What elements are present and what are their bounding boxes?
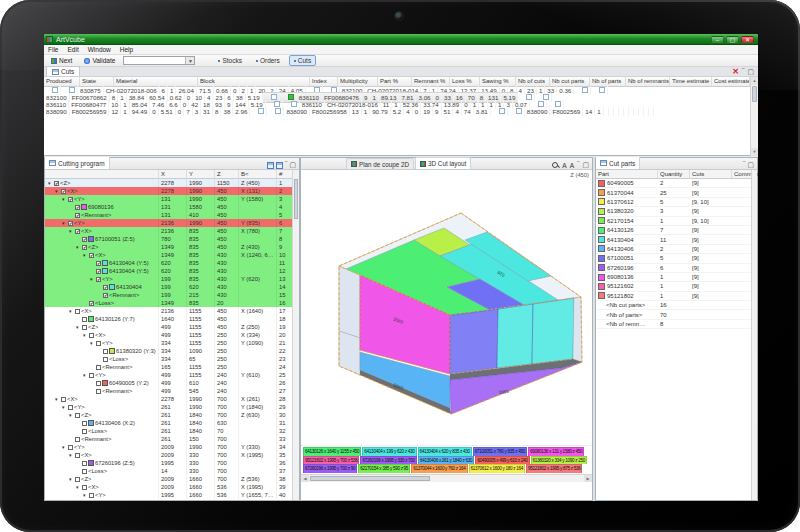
tree-expand-arrow[interactable]: ▾ bbox=[90, 339, 95, 347]
tree-expand-arrow[interactable]: ▾ bbox=[76, 483, 81, 491]
tree-row[interactable]: <Remnant>165115525024 bbox=[45, 363, 299, 371]
column-header[interactable]: Nb of remnants bbox=[626, 77, 670, 87]
tree-checkbox[interactable] bbox=[82, 429, 87, 434]
column-header[interactable]: Cost estimate bbox=[712, 77, 750, 87]
float-panel-icon[interactable]: ▢ bbox=[289, 161, 296, 169]
3d-canvas[interactable]: Z (450) bbox=[301, 170, 592, 446]
tree-checkbox[interactable] bbox=[75, 477, 80, 482]
tree-row[interactable]: ▾✔<X>2136835450X (780)7 bbox=[45, 227, 299, 235]
strip-segment[interactable]: 67260196 x 1995 y 700 z 90 bbox=[303, 464, 357, 473]
tree-checkbox[interactable]: ✔ bbox=[89, 301, 94, 306]
strip-segment[interactable]: 67100051 x 780 y 835 z 450 bbox=[473, 447, 527, 456]
next-button[interactable]: Next bbox=[47, 55, 76, 66]
tree-expand-arrow[interactable]: ▾ bbox=[69, 411, 74, 419]
parts-col-quantity[interactable]: Quantity bbox=[658, 170, 690, 178]
tree-row[interactable]: <Remnant>49954524027 bbox=[45, 387, 299, 395]
tree-row[interactable]: ▾<X>2009330700X (1995)35 bbox=[45, 451, 299, 459]
collapse-all-icon[interactable] bbox=[276, 162, 283, 169]
tree-row[interactable]: ✔64130404 (Y:5)62083543012 bbox=[45, 267, 299, 275]
tree-row[interactable]: 67260196 (Z:5)199533070036 bbox=[45, 459, 299, 467]
tree-expand-arrow[interactable]: ▾ bbox=[69, 451, 74, 459]
tree-expand-arrow[interactable]: ▾ bbox=[69, 475, 74, 483]
tree-row[interactable]: ▾✔<Y>1311990450Y (1580)3 bbox=[45, 195, 299, 203]
tree-expand-arrow[interactable]: ▾ bbox=[76, 243, 81, 251]
tree-checkbox[interactable] bbox=[75, 413, 80, 418]
parts-row[interactable]: 951216021[9] bbox=[596, 282, 757, 291]
scroll-up-icon[interactable]: ▲ bbox=[751, 77, 758, 85]
font-increase-icon[interactable]: A bbox=[562, 162, 566, 169]
tree-expand-arrow[interactable]: ▾ bbox=[62, 195, 67, 203]
strip-segment[interactable]: 60490005 x 499 y 610 z 240 bbox=[475, 456, 529, 465]
expand-all-icon[interactable] bbox=[267, 162, 274, 169]
tree-checkbox[interactable]: ✔ bbox=[68, 197, 73, 202]
produced-checkbox[interactable] bbox=[582, 87, 588, 93]
menu-item-edit[interactable]: Edit bbox=[67, 46, 78, 53]
tree-row[interactable]: <Remnant>26115070033 bbox=[45, 435, 299, 443]
tree-checkbox[interactable] bbox=[103, 349, 108, 354]
tree-checkbox[interactable]: ✔ bbox=[103, 293, 108, 298]
tab-3d-cut-layout[interactable]: 3D Cut layout bbox=[415, 157, 471, 169]
tree-checkbox[interactable] bbox=[96, 365, 101, 370]
3d-face-remnant[interactable] bbox=[339, 331, 360, 375]
tree-checkbox[interactable] bbox=[68, 405, 73, 410]
tree-checkbox[interactable]: ✔ bbox=[82, 237, 87, 242]
tree-checkbox[interactable] bbox=[75, 453, 80, 458]
tree-row[interactable]: ✔<Remnant>1314104505 bbox=[45, 211, 299, 219]
3d-face-part[interactable] bbox=[532, 298, 574, 364]
tree-row[interactable]: ▾✔<Y>21361990450Y (835)6 bbox=[45, 219, 299, 227]
minimize-button[interactable]: – bbox=[711, 36, 724, 43]
tree-col-x[interactable]: X bbox=[159, 170, 187, 178]
tree-expand-arrow[interactable]: ▾ bbox=[69, 227, 74, 235]
tree-expand-arrow[interactable]: ▾ bbox=[83, 331, 88, 339]
parts-scrollbar[interactable] bbox=[751, 170, 757, 500]
menu-item-help[interactable]: Help bbox=[120, 46, 133, 53]
tree-row[interactable]: ▾<Z>4991155450Z (250)19 bbox=[45, 323, 299, 331]
selection-combobox[interactable]: ▼ bbox=[123, 56, 195, 65]
parts-row[interactable]: 604900052[9] bbox=[596, 179, 757, 188]
minimize-panel-icon[interactable]: ‾ bbox=[743, 161, 745, 169]
cuts-toggle-button[interactable]: Cuts bbox=[289, 55, 316, 66]
tree-checkbox[interactable] bbox=[96, 341, 101, 346]
tree-expand-arrow[interactable]: ▾ bbox=[62, 219, 67, 227]
tree-expand-arrow[interactable]: ▾ bbox=[62, 443, 67, 451]
column-header[interactable]: Time estimate bbox=[670, 77, 712, 87]
tree-row[interactable]: ▾<X>4991155250X (334)20 bbox=[45, 331, 299, 339]
parts-row[interactable]: 613803203[9] bbox=[596, 207, 757, 216]
tree-row[interactable]: 64130126 (Y:7)1640115545018 bbox=[45, 315, 299, 323]
tree-checkbox[interactable] bbox=[82, 461, 87, 466]
tree-checkbox[interactable]: ✔ bbox=[96, 261, 101, 266]
strip-segment[interactable]: 61370612 x 1600 y 180 z 164 bbox=[469, 464, 525, 473]
minimize-panel-icon[interactable]: ‾ bbox=[577, 161, 579, 169]
tree-checkbox[interactable]: ✔ bbox=[96, 277, 101, 282]
tree-row[interactable]: ▾<Y>3341155250Y (1090)21 bbox=[45, 339, 299, 347]
tree-row[interactable]: ▾✔<X>1349835430X (1240, 6…10 bbox=[45, 251, 299, 259]
tree-expand-arrow[interactable]: ▾ bbox=[83, 371, 88, 379]
tree-expand-arrow[interactable]: ▾ bbox=[90, 275, 95, 283]
parts-row[interactable]: 951218021[9] bbox=[596, 292, 757, 301]
tree-row[interactable]: 64130406 (X:2)261184063031 bbox=[45, 419, 299, 427]
close-button[interactable]: ✕ bbox=[741, 36, 754, 43]
parts-row[interactable]: 613706125[9, 10] bbox=[596, 198, 757, 207]
tab-cut-parts[interactable]: Cut parts bbox=[596, 157, 640, 169]
strip-segment[interactable]: 61370044 x 1600 y 760 z 164 bbox=[411, 464, 467, 473]
tab-cuts[interactable]: Cuts bbox=[46, 66, 80, 76]
tree-row[interactable]: ✔<Loss>13498352016 bbox=[45, 299, 299, 307]
tree-row[interactable]: ▾<Y>4991155240Y (610)25 bbox=[45, 371, 299, 379]
float-panel-icon[interactable]: ▢ bbox=[747, 161, 754, 169]
orders-toggle-button[interactable]: Orders bbox=[251, 55, 285, 66]
tree-expand-arrow[interactable]: ▾ bbox=[62, 403, 67, 411]
strip-segment[interactable]: 67260196 x 1995 y 330 z 700 bbox=[360, 456, 416, 465]
state-checkbox[interactable] bbox=[516, 108, 522, 114]
tree-checkbox[interactable] bbox=[89, 333, 94, 338]
parts-row[interactable]: 641301267[9] bbox=[596, 226, 757, 235]
tree-row[interactable]: <Loss>26118407032 bbox=[45, 427, 299, 435]
tree-row[interactable]: ▾<X>20091660536X (1995)39 bbox=[45, 483, 299, 491]
produced-checkbox[interactable] bbox=[258, 108, 264, 114]
tree-checkbox[interactable]: ✔ bbox=[54, 181, 59, 186]
state-checkbox[interactable] bbox=[275, 108, 281, 114]
minimize-panel-icon[interactable]: ‾ bbox=[742, 68, 744, 76]
tree-row[interactable]: <Loss>3346525023 bbox=[45, 355, 299, 363]
tree-row[interactable]: 61380320 (Y:3)334109025022 bbox=[45, 347, 299, 355]
menu-item-window[interactable]: Window bbox=[88, 46, 111, 53]
3d-face-part[interactable] bbox=[450, 309, 498, 374]
